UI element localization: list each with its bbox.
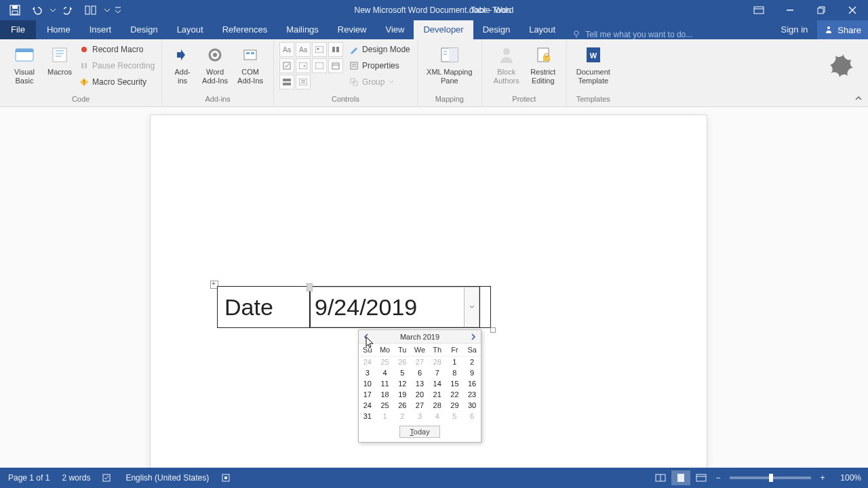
calendar-day[interactable]: 23	[463, 389, 481, 400]
calendar-day[interactable]: 6	[463, 411, 481, 422]
calendar-day[interactable]: 28	[429, 400, 446, 411]
tab-insert[interactable]: Insert	[80, 20, 121, 39]
calendar-prev-button[interactable]	[361, 332, 371, 342]
calendar-day[interactable]: 20	[411, 389, 429, 400]
qat-customize[interactable]	[113, 0, 123, 20]
table-resize-handle[interactable]	[490, 327, 496, 333]
block-authors-button[interactable]: BlockAuthors	[488, 42, 526, 85]
undo-dropdown[interactable]	[47, 0, 58, 20]
calendar-day[interactable]: 5	[446, 411, 464, 422]
zoom-in-button[interactable]: +	[816, 473, 829, 483]
calendar-day[interactable]: 11	[376, 378, 394, 389]
calendar-day[interactable]: 26	[393, 357, 411, 367]
document-table[interactable]: Date 9/24/2019	[217, 286, 491, 328]
tab-review[interactable]: Review	[328, 20, 376, 39]
calendar-day[interactable]: 3	[359, 367, 376, 378]
collapse-ribbon-button[interactable]	[852, 92, 865, 105]
tab-layout[interactable]: Layout	[519, 20, 565, 39]
minimize-button[interactable]	[774, 0, 806, 20]
zoom-slider[interactable]	[730, 476, 811, 479]
checkbox-control-icon[interactable]	[279, 58, 294, 73]
tab-developer[interactable]: Developer	[414, 20, 473, 39]
calendar-day[interactable]: 13	[411, 378, 429, 389]
tab-file[interactable]: File	[0, 20, 36, 39]
calendar-day[interactable]: 2	[393, 411, 411, 422]
date-picker-dropdown-button[interactable]	[465, 287, 479, 327]
calendar-day[interactable]: 8	[446, 367, 464, 378]
redo-button[interactable]	[58, 0, 80, 20]
calendar-next-button[interactable]	[469, 332, 478, 342]
calendar-day[interactable]: 31	[359, 411, 376, 422]
calendar-day[interactable]: 28	[429, 357, 446, 367]
xml-mapping-button[interactable]: XML MappingPane	[423, 42, 476, 85]
macro-security-button[interactable]: Macro Security	[77, 75, 156, 89]
combobox-control-icon[interactable]	[296, 58, 311, 73]
calendar-day[interactable]: 18	[376, 389, 394, 400]
tab-view[interactable]: View	[376, 20, 414, 39]
tab-home[interactable]: Home	[37, 20, 80, 39]
calendar-day[interactable]: 30	[463, 400, 481, 411]
calendar-day[interactable]: 12	[393, 378, 411, 389]
tab-design[interactable]: Design	[473, 20, 519, 39]
tab-mailings[interactable]: Mailings	[277, 20, 328, 39]
zoom-out-button[interactable]: −	[712, 473, 724, 483]
calendar-day[interactable]: 6	[411, 367, 429, 378]
record-macro-button[interactable]: Record Macro	[77, 42, 156, 57]
calendar-day[interactable]: 9	[463, 367, 481, 378]
date-content-control[interactable]: 9/24/2019	[310, 287, 465, 327]
tab-layout[interactable]: Layout	[167, 20, 213, 39]
share-button[interactable]: Share	[817, 20, 868, 39]
controls-gallery[interactable]: Aa Aa	[279, 42, 343, 89]
calendar-day[interactable]: 21	[429, 389, 446, 400]
tab-references[interactable]: References	[213, 20, 277, 39]
calendar-day[interactable]: 19	[393, 389, 411, 400]
calendar-day[interactable]: 4	[376, 367, 394, 378]
content-control-handle[interactable]	[307, 283, 313, 291]
calendar-today-button[interactable]: Today	[399, 426, 439, 438]
web-layout-button[interactable]	[692, 470, 711, 485]
calendar-day[interactable]: 10	[359, 378, 376, 389]
building-block-control-icon[interactable]	[328, 42, 343, 57]
calendar-day[interactable]: 7	[429, 367, 446, 378]
calendar-day[interactable]: 5	[393, 367, 411, 378]
rich-text-control-icon[interactable]: Aa	[279, 42, 294, 57]
calendar-day[interactable]: 25	[376, 400, 394, 411]
picture-control-icon[interactable]	[312, 42, 327, 57]
word-addins-button[interactable]: WordAdd-Ins	[197, 42, 233, 85]
table-cell-label[interactable]: Date	[218, 287, 310, 327]
calendar-day[interactable]: 27	[411, 400, 429, 411]
macro-status-icon[interactable]	[221, 473, 231, 483]
status-page[interactable]: Page 1 of 1	[8, 473, 50, 483]
design-mode-button[interactable]: Design Mode	[347, 42, 412, 57]
visual-basic-button[interactable]: VisualBasic	[5, 42, 43, 85]
calendar-day[interactable]: 14	[429, 378, 446, 389]
calendar-day[interactable]: 16	[463, 378, 481, 389]
sign-in-button[interactable]: Sign in	[772, 20, 818, 39]
tell-me-search[interactable]: Tell me what you want to do...	[572, 30, 692, 39]
calendar-day[interactable]: 1	[376, 411, 394, 422]
status-words[interactable]: 2 words	[62, 473, 90, 483]
close-button[interactable]	[837, 0, 868, 20]
calendar-day[interactable]: 29	[446, 400, 464, 411]
table-cell-empty[interactable]	[479, 287, 490, 327]
calendar-day[interactable]: 24	[359, 357, 376, 367]
document-area[interactable]: Date 9/24/2019 March 2019 SuMoTuWeThFrSa…	[0, 107, 868, 468]
calendar-day[interactable]: 25	[376, 357, 394, 367]
ribbon-options-button[interactable]	[743, 0, 774, 20]
document-template-button[interactable]: W DocumentTemplate	[572, 42, 614, 85]
calendar-day[interactable]: 3	[411, 411, 429, 422]
calendar-day[interactable]: 27	[411, 357, 429, 367]
calendar-day[interactable]: 24	[359, 400, 376, 411]
macros-button[interactable]: Macros	[43, 42, 76, 77]
tab-design[interactable]: Design	[121, 20, 167, 39]
touch-mode-dropdown[interactable]	[102, 0, 113, 20]
date-picker-control-icon[interactable]	[328, 58, 343, 73]
undo-button[interactable]	[26, 0, 47, 20]
calendar-day[interactable]: 1	[446, 357, 464, 367]
save-button[interactable]	[4, 0, 26, 20]
restore-button[interactable]	[806, 0, 837, 20]
restrict-editing-button[interactable]: RestrictEditing	[526, 42, 561, 85]
calendar-day[interactable]: 2	[463, 357, 481, 367]
addins-button[interactable]: Add-ins	[167, 42, 197, 85]
com-addins-button[interactable]: COMAdd-Ins	[233, 42, 268, 85]
